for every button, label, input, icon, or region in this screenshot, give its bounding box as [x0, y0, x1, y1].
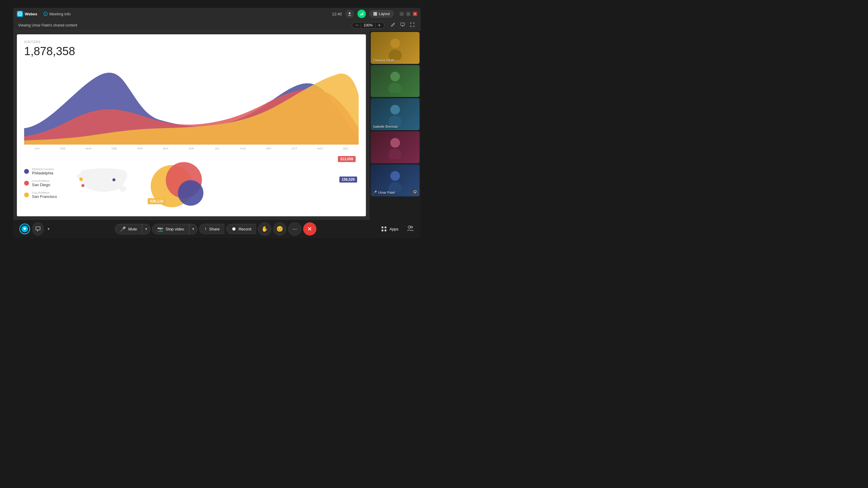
bottom-section: PENNSYLVANIA Philadelphia CALIFORNIA San… [24, 156, 359, 210]
month-jun: JUN [179, 147, 204, 150]
video-arrow-button[interactable]: ▾ [189, 224, 197, 234]
record-button[interactable]: ⏺ Record [226, 224, 256, 234]
webex-logo: Webex [17, 11, 37, 17]
chat-button[interactable] [33, 222, 43, 235]
more-icon: ··· [292, 226, 297, 232]
mute-arrow-button[interactable]: ▾ [142, 224, 150, 234]
maximize-button[interactable]: □ [406, 12, 410, 16]
svg-rect-26 [384, 227, 386, 228]
zoom-out-button[interactable]: − [354, 23, 360, 28]
apps-button[interactable]: Apps [378, 225, 401, 233]
svg-point-19 [390, 138, 400, 148]
status-button[interactable] [358, 10, 366, 18]
zoom-in-button[interactable]: + [377, 23, 382, 28]
zoom-controls: − 100% + [352, 22, 384, 29]
legend-city-sandiego: San Diego [32, 183, 50, 187]
legend-text-sandiego: CALIFORNIA San Diego [32, 180, 50, 187]
sharing-badge [412, 189, 418, 195]
participant-tile-umar[interactable]: 🎤 Umar Patel [371, 164, 420, 196]
participant-name-umar: Umar Patel [378, 191, 395, 194]
svg-point-24 [24, 228, 26, 230]
apps-icon [381, 226, 387, 232]
webex-ring-icon [23, 227, 27, 231]
legend-item-sanfrancisco: CALIFORNIA San Francisco [24, 191, 63, 199]
profile-button[interactable] [345, 10, 354, 18]
main-window: Webex i Meeting info 12:40 [13, 8, 421, 238]
chat-arrow-button[interactable]: ▾ [44, 225, 53, 233]
chat-icon [35, 226, 41, 232]
mute-group: 🎤 Mute ▾ [115, 224, 150, 234]
bubble-label-blue: 156,529 [339, 176, 357, 183]
status-icon [360, 12, 364, 16]
viewing-text: Viewing Umar Patel's shared content [18, 23, 347, 27]
svg-point-20 [389, 149, 402, 159]
record-label: Record [239, 227, 251, 231]
map-dot-sf [79, 177, 83, 181]
participants-icon [407, 225, 413, 232]
sharing-icon [413, 190, 416, 193]
bubble-label-red: 313,059 [338, 156, 355, 162]
layout-label: Layout [379, 12, 390, 16]
titlebar-left: Webex i Meeting info [17, 10, 73, 18]
meeting-info-label: Meeting info [50, 12, 71, 16]
svg-rect-7 [363, 12, 363, 15]
toolbar-right: Apps [378, 224, 415, 234]
sync-button[interactable] [399, 21, 406, 30]
participants-button[interactable] [406, 224, 415, 234]
us-map [69, 164, 135, 203]
chart-months: JAN FEB MAR FEB APR MAY JUN JUL AUG SEP … [24, 146, 359, 151]
annotate-button[interactable] [390, 21, 397, 30]
svg-point-29 [408, 226, 410, 228]
svg-rect-25 [381, 227, 383, 228]
mute-label: Mute [128, 227, 137, 231]
legend-item-sandiego: CALIFORNIA San Diego [24, 180, 63, 187]
minimize-button[interactable]: ─ [400, 12, 404, 16]
participant-tile-clarissa[interactable]: Clarissa Smith [371, 32, 420, 64]
umar-mic-icon: 🎤 [373, 190, 377, 195]
more-button[interactable]: ··· [288, 222, 301, 235]
mute-button[interactable]: 🎤 Mute [115, 224, 142, 234]
end-call-button[interactable]: ✕ [303, 222, 316, 235]
toolbar: ▾ 🎤 Mute ▾ 📷 Stop video [13, 220, 421, 238]
legend-state-ca1: CALIFORNIA [32, 180, 50, 183]
webex-ring[interactable] [19, 224, 30, 234]
emoji-icon: 😊 [276, 226, 283, 232]
svg-rect-23 [414, 191, 416, 193]
us-map-svg [69, 164, 135, 203]
umar-info: 🎤 Umar Patel [373, 190, 395, 195]
map-dot-sd [82, 184, 84, 187]
share-group: ↑ Share [199, 224, 224, 234]
svg-rect-9 [375, 12, 377, 13]
layout-button[interactable]: Layout [370, 10, 394, 18]
participant-tile-4[interactable] [371, 131, 420, 163]
bubble-chart: 313,059 156,529 626,119 [142, 156, 359, 210]
bubble-blue [178, 180, 204, 206]
share-icon: ↑ [204, 226, 207, 232]
emoji-button[interactable]: 😊 [273, 222, 286, 235]
participant-panel: ‹ Clarissa Smith [370, 31, 421, 220]
share-button[interactable]: ↑ Share [199, 224, 224, 234]
avatar-clarissa [386, 36, 404, 60]
raise-hand-button[interactable]: ✋ [258, 222, 271, 235]
close-button[interactable]: ✕ [413, 12, 417, 16]
window-controls: ─ □ ✕ [400, 12, 417, 16]
legend-dot-red [24, 181, 29, 186]
svg-rect-27 [381, 230, 383, 231]
visitors-label: VISITORS [24, 40, 359, 44]
legend-text-philadelphia: PENNSYLVANIA Philadelphia [32, 168, 54, 175]
month-mar: MAR [76, 147, 101, 150]
svg-rect-12 [401, 23, 404, 26]
viewing-bar: Viewing Umar Patel's shared content − 10… [13, 20, 421, 31]
participant-tile-2[interactable] [371, 65, 420, 97]
stop-video-button[interactable]: 📷 Stop video [152, 224, 189, 234]
profile-icon [347, 12, 352, 16]
zoom-divider [361, 23, 361, 27]
apps-label: Apps [390, 227, 398, 231]
fullscreen-button[interactable] [409, 21, 416, 30]
month-feb: FEB [50, 147, 75, 150]
meeting-info-button[interactable]: i Meeting info [41, 10, 73, 18]
legend-city-philadelphia: Philadelphia [32, 171, 54, 175]
svg-point-30 [411, 226, 412, 228]
legend-dot-orange [24, 193, 29, 197]
participant-tile-isabelle[interactable]: Isabelle Brennan [371, 98, 420, 130]
